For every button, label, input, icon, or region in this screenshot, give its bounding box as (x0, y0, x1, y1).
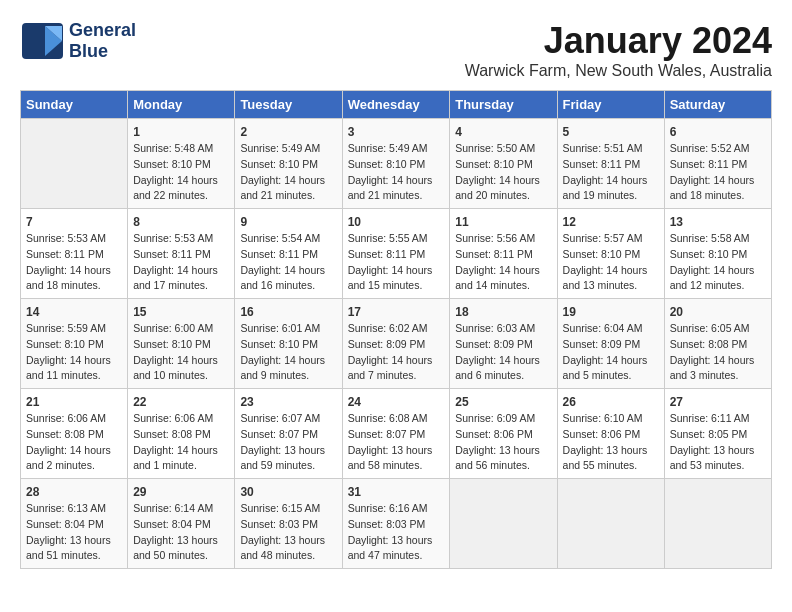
day-info: Sunrise: 6:01 AMSunset: 8:10 PMDaylight:… (240, 321, 336, 384)
calendar-cell: 4Sunrise: 5:50 AMSunset: 8:10 PMDaylight… (450, 119, 557, 209)
col-header-friday: Friday (557, 91, 664, 119)
day-number: 24 (348, 393, 445, 411)
day-number: 14 (26, 303, 122, 321)
day-number: 12 (563, 213, 659, 231)
calendar-cell: 3Sunrise: 5:49 AMSunset: 8:10 PMDaylight… (342, 119, 450, 209)
calendar-cell: 21Sunrise: 6:06 AMSunset: 8:08 PMDayligh… (21, 389, 128, 479)
day-number: 11 (455, 213, 551, 231)
calendar-cell: 27Sunrise: 6:11 AMSunset: 8:05 PMDayligh… (664, 389, 771, 479)
day-info: Sunrise: 6:05 AMSunset: 8:08 PMDaylight:… (670, 321, 766, 384)
day-info: Sunrise: 5:57 AMSunset: 8:10 PMDaylight:… (563, 231, 659, 294)
day-info: Sunrise: 6:13 AMSunset: 8:04 PMDaylight:… (26, 501, 122, 564)
col-header-sunday: Sunday (21, 91, 128, 119)
day-info: Sunrise: 6:03 AMSunset: 8:09 PMDaylight:… (455, 321, 551, 384)
page-header: General Blue January 2024 Warwick Farm, … (20, 20, 772, 80)
calendar-cell: 17Sunrise: 6:02 AMSunset: 8:09 PMDayligh… (342, 299, 450, 389)
header-row: SundayMondayTuesdayWednesdayThursdayFrid… (21, 91, 772, 119)
calendar-cell: 18Sunrise: 6:03 AMSunset: 8:09 PMDayligh… (450, 299, 557, 389)
day-info: Sunrise: 6:02 AMSunset: 8:09 PMDaylight:… (348, 321, 445, 384)
day-number: 28 (26, 483, 122, 501)
day-number: 17 (348, 303, 445, 321)
day-number: 6 (670, 123, 766, 141)
calendar-cell: 7Sunrise: 5:53 AMSunset: 8:11 PMDaylight… (21, 209, 128, 299)
day-number: 8 (133, 213, 229, 231)
calendar-cell: 11Sunrise: 5:56 AMSunset: 8:11 PMDayligh… (450, 209, 557, 299)
calendar-cell (450, 479, 557, 569)
day-info: Sunrise: 5:54 AMSunset: 8:11 PMDaylight:… (240, 231, 336, 294)
calendar-cell: 9Sunrise: 5:54 AMSunset: 8:11 PMDaylight… (235, 209, 342, 299)
calendar-cell: 12Sunrise: 5:57 AMSunset: 8:10 PMDayligh… (557, 209, 664, 299)
day-info: Sunrise: 5:59 AMSunset: 8:10 PMDaylight:… (26, 321, 122, 384)
day-number: 31 (348, 483, 445, 501)
calendar-cell: 25Sunrise: 6:09 AMSunset: 8:06 PMDayligh… (450, 389, 557, 479)
week-row-5: 28Sunrise: 6:13 AMSunset: 8:04 PMDayligh… (21, 479, 772, 569)
day-info: Sunrise: 6:06 AMSunset: 8:08 PMDaylight:… (133, 411, 229, 474)
calendar-table: SundayMondayTuesdayWednesdayThursdayFrid… (20, 90, 772, 569)
day-number: 16 (240, 303, 336, 321)
logo-icon (20, 21, 65, 61)
day-info: Sunrise: 6:09 AMSunset: 8:06 PMDaylight:… (455, 411, 551, 474)
day-number: 30 (240, 483, 336, 501)
calendar-cell: 6Sunrise: 5:52 AMSunset: 8:11 PMDaylight… (664, 119, 771, 209)
calendar-cell: 10Sunrise: 5:55 AMSunset: 8:11 PMDayligh… (342, 209, 450, 299)
day-info: Sunrise: 5:52 AMSunset: 8:11 PMDaylight:… (670, 141, 766, 204)
day-info: Sunrise: 5:49 AMSunset: 8:10 PMDaylight:… (240, 141, 336, 204)
day-info: Sunrise: 6:11 AMSunset: 8:05 PMDaylight:… (670, 411, 766, 474)
calendar-cell: 29Sunrise: 6:14 AMSunset: 8:04 PMDayligh… (128, 479, 235, 569)
day-number: 19 (563, 303, 659, 321)
day-number: 1 (133, 123, 229, 141)
calendar-cell: 2Sunrise: 5:49 AMSunset: 8:10 PMDaylight… (235, 119, 342, 209)
week-row-1: 1Sunrise: 5:48 AMSunset: 8:10 PMDaylight… (21, 119, 772, 209)
day-number: 29 (133, 483, 229, 501)
week-row-2: 7Sunrise: 5:53 AMSunset: 8:11 PMDaylight… (21, 209, 772, 299)
day-info: Sunrise: 6:10 AMSunset: 8:06 PMDaylight:… (563, 411, 659, 474)
day-info: Sunrise: 6:08 AMSunset: 8:07 PMDaylight:… (348, 411, 445, 474)
calendar-cell (664, 479, 771, 569)
calendar-cell: 20Sunrise: 6:05 AMSunset: 8:08 PMDayligh… (664, 299, 771, 389)
col-header-thursday: Thursday (450, 91, 557, 119)
calendar-cell: 15Sunrise: 6:00 AMSunset: 8:10 PMDayligh… (128, 299, 235, 389)
logo-text: General Blue (69, 20, 136, 62)
calendar-cell: 30Sunrise: 6:15 AMSunset: 8:03 PMDayligh… (235, 479, 342, 569)
col-header-wednesday: Wednesday (342, 91, 450, 119)
calendar-cell: 26Sunrise: 6:10 AMSunset: 8:06 PMDayligh… (557, 389, 664, 479)
day-info: Sunrise: 5:50 AMSunset: 8:10 PMDaylight:… (455, 141, 551, 204)
week-row-4: 21Sunrise: 6:06 AMSunset: 8:08 PMDayligh… (21, 389, 772, 479)
day-info: Sunrise: 6:07 AMSunset: 8:07 PMDaylight:… (240, 411, 336, 474)
day-number: 4 (455, 123, 551, 141)
day-number: 27 (670, 393, 766, 411)
title-area: January 2024 Warwick Farm, New South Wal… (465, 20, 772, 80)
calendar-cell: 22Sunrise: 6:06 AMSunset: 8:08 PMDayligh… (128, 389, 235, 479)
calendar-cell: 14Sunrise: 5:59 AMSunset: 8:10 PMDayligh… (21, 299, 128, 389)
location-subtitle: Warwick Farm, New South Wales, Australia (465, 62, 772, 80)
day-number: 26 (563, 393, 659, 411)
calendar-cell: 28Sunrise: 6:13 AMSunset: 8:04 PMDayligh… (21, 479, 128, 569)
day-number: 9 (240, 213, 336, 231)
calendar-cell: 16Sunrise: 6:01 AMSunset: 8:10 PMDayligh… (235, 299, 342, 389)
col-header-monday: Monday (128, 91, 235, 119)
day-number: 22 (133, 393, 229, 411)
day-info: Sunrise: 5:48 AMSunset: 8:10 PMDaylight:… (133, 141, 229, 204)
col-header-tuesday: Tuesday (235, 91, 342, 119)
calendar-cell: 13Sunrise: 5:58 AMSunset: 8:10 PMDayligh… (664, 209, 771, 299)
month-title: January 2024 (465, 20, 772, 62)
calendar-cell: 31Sunrise: 6:16 AMSunset: 8:03 PMDayligh… (342, 479, 450, 569)
calendar-cell (557, 479, 664, 569)
day-info: Sunrise: 5:58 AMSunset: 8:10 PMDaylight:… (670, 231, 766, 294)
day-number: 7 (26, 213, 122, 231)
day-number: 2 (240, 123, 336, 141)
day-number: 10 (348, 213, 445, 231)
day-number: 20 (670, 303, 766, 321)
day-number: 23 (240, 393, 336, 411)
col-header-saturday: Saturday (664, 91, 771, 119)
day-number: 18 (455, 303, 551, 321)
day-number: 15 (133, 303, 229, 321)
calendar-cell: 1Sunrise: 5:48 AMSunset: 8:10 PMDaylight… (128, 119, 235, 209)
day-info: Sunrise: 6:16 AMSunset: 8:03 PMDaylight:… (348, 501, 445, 564)
day-info: Sunrise: 5:55 AMSunset: 8:11 PMDaylight:… (348, 231, 445, 294)
calendar-cell: 8Sunrise: 5:53 AMSunset: 8:11 PMDaylight… (128, 209, 235, 299)
day-info: Sunrise: 5:49 AMSunset: 8:10 PMDaylight:… (348, 141, 445, 204)
day-info: Sunrise: 6:06 AMSunset: 8:08 PMDaylight:… (26, 411, 122, 474)
day-number: 25 (455, 393, 551, 411)
day-info: Sunrise: 6:14 AMSunset: 8:04 PMDaylight:… (133, 501, 229, 564)
